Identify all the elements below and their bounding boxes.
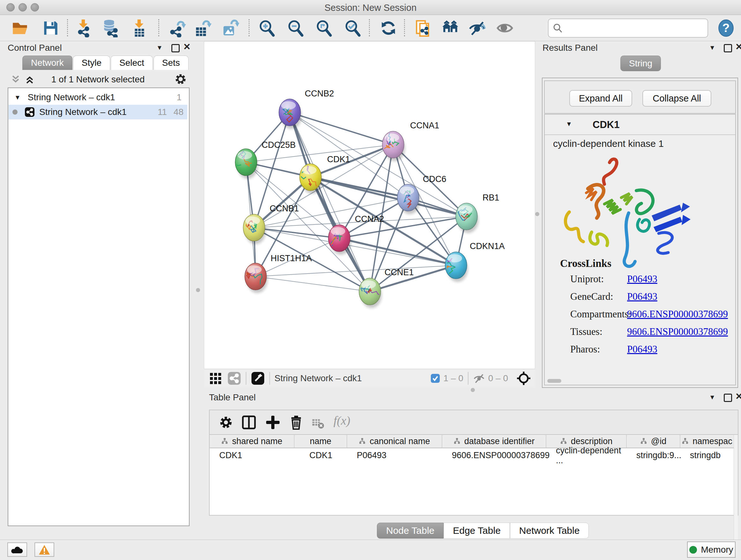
crosslink-link[interactable]: 9606.ENSP00000378699: [627, 326, 728, 337]
node-CCNA1[interactable]: CCNA1: [382, 121, 440, 161]
network-row[interactable]: String Network – cdk1 11 48: [9, 105, 187, 119]
gear-icon[interactable]: [174, 73, 187, 85]
detach-view-icon[interactable]: [251, 371, 265, 385]
node-CCNE1[interactable]: CCNE1: [359, 267, 414, 308]
tab-select[interactable]: Select: [111, 56, 153, 70]
results-panel-close-button[interactable]: ✕: [735, 42, 741, 52]
export-table-icon: [193, 19, 212, 37]
selected-counts: 1 – 0: [443, 373, 463, 383]
table-vertical-scrollbar[interactable]: [734, 435, 738, 550]
table-row[interactable]: CDK1CDK1P064939606.ENSP00000378699cyclin…: [210, 448, 734, 462]
create-column-plus-icon[interactable]: [266, 415, 280, 430]
column-header-namespac[interactable]: namespac: [680, 435, 734, 448]
edge-CCNA2-CDKN1A[interactable]: [339, 238, 456, 265]
open-session-button[interactable]: [11, 19, 30, 37]
results-panel-float-button[interactable]: [724, 44, 732, 53]
apply-layout-button[interactable]: [379, 19, 398, 37]
tab-sets[interactable]: Sets: [153, 56, 189, 70]
node-CCNA2[interactable]: CCNA2: [328, 214, 384, 255]
zoom-in-button[interactable]: [258, 19, 276, 37]
zoom-fit-button[interactable]: [315, 19, 333, 37]
node-CDK1[interactable]: CDK1: [300, 154, 350, 194]
table-cell[interactable]: stringdb:9...: [627, 448, 680, 462]
birdseye-grid-icon[interactable]: [209, 372, 223, 385]
navigator-crosshair-icon[interactable]: [516, 371, 531, 386]
table-cell[interactable]: CDK1: [210, 448, 294, 462]
edge-CCNB2-CCNA1[interactable]: [290, 112, 393, 145]
crosslink-link[interactable]: P06493: [627, 291, 657, 302]
table-panel-menu-button[interactable]: ▼: [709, 392, 716, 402]
cloud-status-button[interactable]: [7, 543, 27, 557]
network-collection-row[interactable]: ▼ String Network – cdk1 1: [9, 90, 187, 105]
results-panel-menu-button[interactable]: ▼: [709, 43, 716, 52]
right-splitter-handle[interactable]: [535, 212, 539, 216]
table-settings-gear-icon[interactable]: [219, 415, 233, 430]
edge-HIST1H1A-CCNE1[interactable]: [256, 276, 370, 292]
tab-network-table[interactable]: Network Table: [510, 523, 589, 539]
column-header-name[interactable]: name: [294, 435, 347, 448]
memory-button[interactable]: Memory: [687, 542, 736, 558]
edge-CCNB1-CCNA2[interactable]: [254, 228, 339, 238]
zoom-selected-button[interactable]: [343, 19, 362, 37]
edge-CCNB2-CCNE1[interactable]: [290, 112, 370, 292]
column-header-shared-name[interactable]: shared name: [210, 435, 294, 448]
warnings-button[interactable]: [35, 543, 54, 557]
crosslink-link[interactable]: P06493: [627, 344, 657, 355]
collapse-all-button[interactable]: Collapse All: [643, 90, 711, 107]
export-table-button[interactable]: [193, 19, 212, 37]
table-cell[interactable]: P06493: [347, 448, 442, 462]
expand-all-button[interactable]: Expand All: [569, 90, 632, 107]
help-button[interactable]: ?: [717, 19, 735, 37]
network-graph[interactable]: CCNB2CCNA1CDC25BCDK1CDC6RB1CCNB1CCNA2CDK…: [204, 42, 535, 369]
hide-panels-button[interactable]: [441, 19, 460, 37]
selected-checkbox-icon[interactable]: [430, 374, 440, 383]
zoom-out-button[interactable]: [286, 19, 305, 37]
collection-expand-arrow[interactable]: ▼: [14, 94, 21, 101]
tab-style[interactable]: Style: [73, 56, 110, 70]
node-entry-header[interactable]: ▼ CDK1: [545, 115, 735, 135]
column-header-canonical-name[interactable]: canonical name: [347, 435, 442, 448]
search-input[interactable]: [548, 18, 708, 38]
crosslink-link[interactable]: P06493: [627, 273, 657, 285]
node-RB1[interactable]: RB1: [456, 193, 499, 233]
save-session-button[interactable]: [42, 19, 60, 37]
table-cell[interactable]: CDK1: [294, 448, 347, 462]
eye-slash-icon: [468, 19, 486, 37]
network-view-canvas[interactable]: CCNB2CCNA1CDC25BCDK1CDC6RB1CCNB1CCNA2CDK…: [204, 42, 535, 369]
entry-expand-arrow[interactable]: ▼: [566, 120, 572, 128]
clone-network-button[interactable]: [413, 19, 432, 37]
left-splitter-handle[interactable]: [196, 288, 200, 292]
table-cell[interactable]: stringdb: [680, 448, 734, 462]
crosslink-row: Compartments:9606.ENSP00000378699: [570, 308, 730, 321]
refresh-icon: [379, 19, 398, 37]
delete-column-trash-icon[interactable]: [289, 415, 304, 430]
table-cell[interactable]: 9606.ENSP00000378699: [442, 448, 546, 462]
import-network-from-database-button[interactable]: [101, 19, 119, 37]
column-header-@id[interactable]: @id: [627, 435, 680, 448]
tab-node-table[interactable]: Node Table: [377, 523, 444, 539]
control-panel-float-button[interactable]: [172, 44, 180, 53]
table-cell[interactable]: cyclin-dependent ...: [546, 448, 627, 462]
control-panel-menu-button[interactable]: ▼: [156, 43, 163, 52]
hidden-eye-slash-icon[interactable]: [473, 372, 485, 384]
show-hidden-button[interactable]: [495, 19, 514, 37]
node-CDKN1A[interactable]: CDKN1A: [443, 241, 504, 282]
table-panel-close-button[interactable]: ✕: [735, 392, 741, 401]
export-network-button[interactable]: [168, 19, 186, 37]
results-hscroll-thumb[interactable]: [547, 379, 561, 383]
crosslink-link[interactable]: 9606.ENSP00000378699: [627, 308, 728, 320]
table-panel-float-button[interactable]: [724, 393, 732, 402]
tab-edge-table[interactable]: Edge Table: [444, 523, 510, 539]
show-columns-icon[interactable]: [242, 415, 256, 430]
import-table-button[interactable]: [130, 19, 149, 37]
export-image-button[interactable]: [221, 19, 239, 37]
edge-CCNB2-RB1[interactable]: [290, 112, 467, 216]
node-CDC25B[interactable]: CDC25B: [233, 140, 296, 179]
control-panel-close-button[interactable]: ✕: [183, 42, 191, 52]
import-network-button[interactable]: [74, 19, 93, 37]
hide-selected-button[interactable]: [468, 19, 486, 37]
column-header-database-identifier[interactable]: database identifier: [442, 435, 546, 448]
tab-string[interactable]: String: [620, 56, 662, 71]
network-badge-icon[interactable]: [227, 371, 241, 385]
tab-network[interactable]: Network: [22, 56, 72, 70]
